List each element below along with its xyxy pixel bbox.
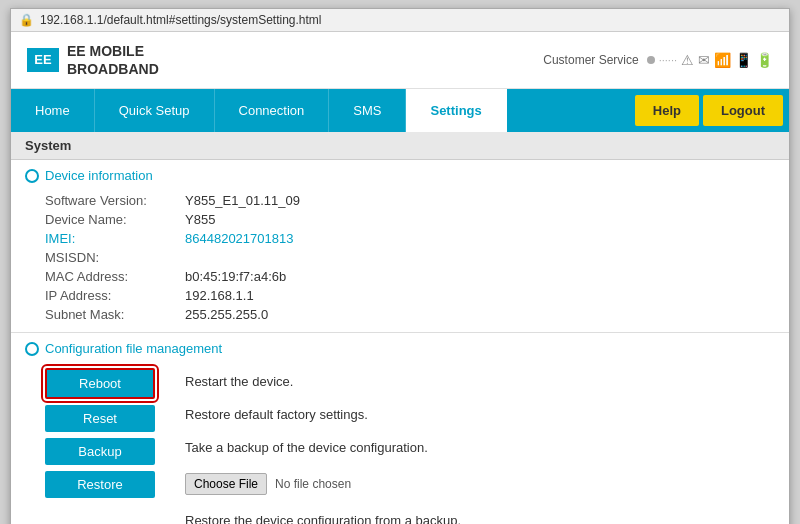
config-grid: Reboot Reset Backup Restore Restart the … [45, 368, 775, 524]
battery-icon: 🔋 [756, 52, 773, 68]
section-header: System [11, 132, 789, 160]
restore-desc: Restore the device configuration from a … [185, 507, 461, 524]
nav-item-sms[interactable]: SMS [329, 89, 406, 132]
url-text[interactable]: 192.168.1.1/default.html#settings/system… [40, 13, 322, 27]
nav-item-settings[interactable]: Settings [406, 89, 506, 132]
help-button[interactable]: Help [635, 95, 699, 126]
alert-icon: ⚠ [681, 52, 694, 68]
logo-box: EE [27, 48, 59, 72]
config-descriptions: Restart the device. Restore default fact… [185, 368, 461, 524]
no-file-text: No file chosen [275, 477, 351, 491]
brand-name: EE MOBILE BROADBAND [67, 42, 159, 78]
device-info-title: Device information [25, 168, 775, 183]
nav-item-quick-setup[interactable]: Quick Setup [95, 89, 215, 132]
header-right: Customer Service ······ ⚠ ✉ 📶 📱 🔋 [543, 52, 773, 68]
logout-button[interactable]: Logout [703, 95, 783, 126]
device-info-table: Software Version: Y855_E1_01.11_09 Devic… [45, 191, 775, 324]
config-section: Configuration file management Reboot Res… [11, 333, 789, 524]
info-row-ip: IP Address: 192.168.1.1 [45, 286, 775, 305]
wifi-icon: 📶 [714, 52, 731, 68]
lock-icon: 🔒 [19, 13, 34, 27]
config-buttons: Reboot Reset Backup Restore [45, 368, 155, 524]
page-header: EE EE MOBILE BROADBAND Customer Service … [11, 32, 789, 89]
dots-icon: ······ [659, 54, 677, 66]
choose-file-button[interactable]: Choose File [185, 473, 267, 495]
info-row-mac: MAC Address: b0:45:19:f7:a4:6b [45, 267, 775, 286]
nav-item-connection[interactable]: Connection [215, 89, 330, 132]
backup-button[interactable]: Backup [45, 438, 155, 465]
info-row-software: Software Version: Y855_E1_01.11_09 [45, 191, 775, 210]
address-bar: 🔒 192.168.1.1/default.html#settings/syst… [11, 9, 789, 32]
restore-button[interactable]: Restore [45, 471, 155, 498]
restore-file-row: Choose File No file chosen [185, 467, 461, 501]
config-circle-icon [25, 342, 39, 356]
header-icons: ······ ⚠ ✉ 📶 📱 🔋 [647, 52, 773, 68]
info-row-device-name: Device Name: Y855 [45, 210, 775, 229]
backup-desc: Take a backup of the device configuratio… [185, 434, 461, 461]
reboot-desc: Restart the device. [185, 368, 461, 395]
info-row-subnet: Subnet Mask: 255.255.255.0 [45, 305, 775, 324]
main-nav: Home Quick Setup Connection SMS Settings… [11, 89, 789, 132]
signal-icon [647, 56, 655, 64]
phone-icon: 📱 [735, 52, 752, 68]
device-info-section: Device information Software Version: Y85… [11, 160, 789, 333]
info-row-msisdn: MSISDN: [45, 248, 775, 267]
mail-icon: ✉ [698, 52, 710, 68]
reboot-button[interactable]: Reboot [45, 368, 155, 399]
customer-service-label: Customer Service [543, 53, 638, 67]
nav-item-home[interactable]: Home [11, 89, 95, 132]
browser-window: 🔒 192.168.1.1/default.html#settings/syst… [10, 8, 790, 524]
main-content: System Device information Software Versi… [11, 132, 789, 524]
config-title: Configuration file management [25, 341, 775, 356]
reset-button[interactable]: Reset [45, 405, 155, 432]
reset-desc: Restore default factory settings. [185, 401, 461, 428]
circle-icon [25, 169, 39, 183]
info-row-imei: IMEI: 864482021701813 [45, 229, 775, 248]
logo-area: EE EE MOBILE BROADBAND [27, 42, 159, 78]
